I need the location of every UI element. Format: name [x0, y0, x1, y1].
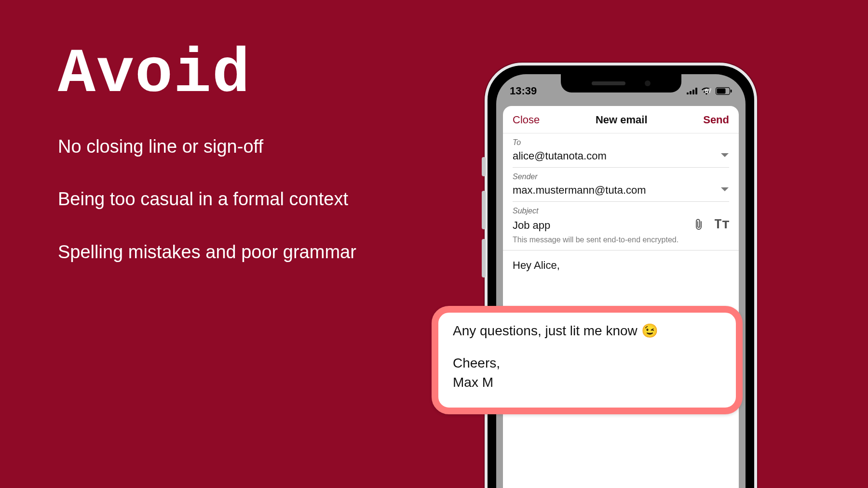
chevron-down-icon[interactable] — [720, 186, 729, 195]
encryption-note: This message will be sent end-to-end enc… — [503, 235, 739, 251]
slide-title: Avoid — [58, 43, 492, 106]
text-format-icon[interactable] — [715, 219, 729, 232]
phone-screen: 13:39 67 — [496, 74, 746, 488]
callout-line: Any questions, just lit me know 😉 — [453, 321, 721, 341]
to-label: To — [513, 138, 729, 147]
svg-rect-0 — [687, 92, 689, 94]
subject-label: Subject — [513, 207, 729, 215]
phone-notch — [561, 74, 681, 92]
slide-text: Avoid No closing line or sign-off Being … — [58, 43, 492, 293]
svg-rect-5 — [717, 89, 726, 94]
chevron-down-icon[interactable] — [720, 152, 729, 160]
body-greeting: Hey Alice, — [513, 259, 560, 271]
to-field[interactable]: To alice@tutanota.com — [503, 133, 739, 168]
phone-camera — [645, 80, 651, 86]
subject-value: Job app — [513, 219, 550, 232]
to-value: alice@tutanota.com — [513, 150, 607, 162]
bullet-item: Spelling mistakes and poor grammar — [58, 240, 492, 264]
status-time: 13:39 — [510, 85, 537, 97]
send-button[interactable]: Send — [703, 114, 729, 126]
sender-value: max.mustermann@tuta.com — [513, 184, 646, 197]
svg-rect-6 — [731, 90, 732, 92]
cellular-icon — [687, 88, 697, 94]
status-indicators: 67 — [687, 87, 732, 95]
bullet-item: No closing line or sign-off — [58, 135, 492, 158]
email-body[interactable]: Hey Alice, — [503, 251, 739, 280]
attachment-icon[interactable] — [693, 218, 704, 233]
sender-field[interactable]: Sender max.mustermann@tuta.com — [503, 168, 739, 202]
highlight-callout: Any questions, just lit me know 😉 Cheers… — [432, 306, 743, 414]
close-button[interactable]: Close — [513, 114, 540, 126]
svg-rect-1 — [690, 91, 692, 94]
callout-line: Cheers, — [453, 354, 721, 373]
phone-side-button — [482, 157, 486, 176]
phone-side-button — [482, 191, 486, 229]
compose-header: Close New email Send — [503, 106, 739, 133]
callout-line: Max M — [453, 373, 721, 393]
phone-side-button — [482, 239, 486, 277]
subject-field[interactable]: Subject Job app — [503, 202, 739, 235]
phone-speaker — [592, 81, 625, 85]
compose-title: New email — [596, 114, 648, 126]
sender-label: Sender — [513, 172, 729, 181]
battery-icon: 67 — [716, 87, 732, 95]
battery-percent-text: 67 — [705, 88, 711, 94]
slide-bullets: No closing line or sign-off Being too ca… — [58, 135, 492, 264]
phone-mockup: 13:39 67 — [485, 63, 757, 488]
svg-rect-2 — [692, 90, 694, 94]
svg-rect-3 — [695, 88, 697, 94]
bullet-item: Being too casual in a formal context — [58, 187, 492, 211]
email-compose-sheet: Close New email Send To alice@tutanota.c… — [503, 106, 739, 488]
